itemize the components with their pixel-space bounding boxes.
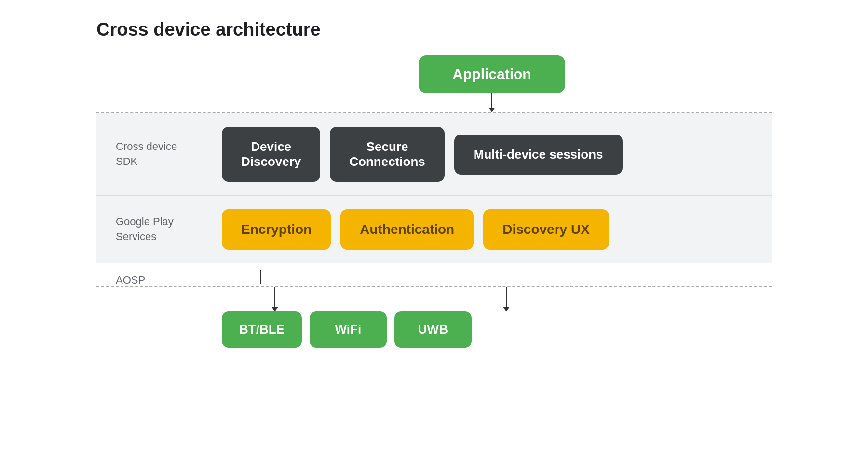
bt-ble-box: BT/BLE	[222, 311, 302, 348]
application-box: Application	[419, 55, 565, 93]
aosp-label: AOSP	[116, 270, 212, 286]
authentication-box: Authentication	[340, 209, 474, 250]
play-boxes: Encryption Authentication Discovery UX	[212, 209, 752, 250]
arrow-encryption-down	[260, 270, 261, 284]
sdk-boxes: DeviceDiscovery SecureConnections Multi-…	[212, 127, 752, 182]
device-discovery-box: DeviceDiscovery	[222, 127, 320, 182]
sdk-label: Cross device SDK	[116, 139, 212, 169]
discovery-ux-box: Discovery UX	[483, 209, 609, 250]
wifi-box: WiFi	[310, 311, 387, 348]
page-title: Cross device architecture	[96, 19, 321, 40]
play-band: Google Play Services Encryption Authenti…	[96, 195, 772, 263]
multi-device-sessions-box: Multi-device sessions	[454, 135, 623, 175]
arrow-bt-ble-down	[271, 287, 278, 311]
uwb-box: UWB	[394, 311, 472, 348]
play-label: Google Play Services	[116, 215, 212, 244]
arrow-uwb-down	[503, 287, 510, 311]
encryption-box: Encryption	[222, 209, 331, 250]
sdk-band: Cross device SDK DeviceDiscovery SecureC…	[96, 113, 772, 195]
secure-connections-box: SecureConnections	[330, 127, 444, 182]
